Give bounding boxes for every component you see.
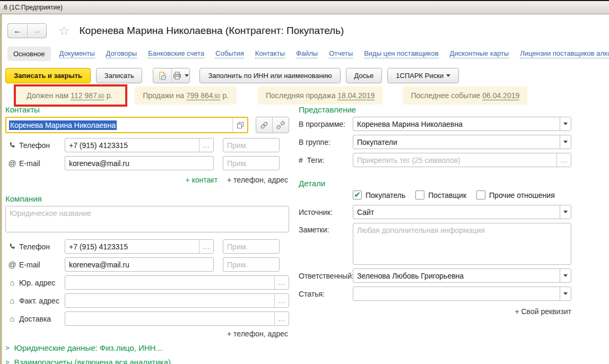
legal-address-more-button[interactable]: ... bbox=[274, 276, 289, 289]
company-legal-name-textarea[interactable] bbox=[5, 206, 289, 232]
actual-address-more-button[interactable]: ... bbox=[274, 294, 289, 307]
spark-risks-button[interactable]: 1СПАРК Риски bbox=[387, 68, 459, 83]
delivery-label: Доставка bbox=[19, 315, 65, 323]
forward-arrow-icon: → bbox=[33, 26, 41, 36]
contact-name-field[interactable]: Коренева Марина Николаевна bbox=[5, 117, 248, 133]
settlements-expander[interactable]: > Взаиморасчеты (включена вся аналитика) bbox=[5, 358, 289, 364]
legal-address-label: Юр. адрес bbox=[19, 279, 65, 287]
contact-email-input[interactable] bbox=[65, 157, 213, 170]
tab-supplier-price-types[interactable]: Виды цен поставщиков bbox=[364, 49, 438, 58]
company-email-note-input[interactable] bbox=[223, 258, 279, 271]
status-strip: Должен нам 112 987,60 р. Продажи на 799 … bbox=[5, 85, 609, 106]
house-icon: ⌂ bbox=[5, 314, 19, 323]
in-group-label: В группе: bbox=[299, 138, 353, 146]
in-group-value: Покупатели bbox=[353, 138, 560, 146]
company-phone-more-button[interactable]: ... bbox=[199, 240, 213, 253]
other-relations-checkbox[interactable] bbox=[476, 190, 485, 200]
responsible-label: Ответственный: bbox=[299, 272, 353, 280]
details-header: Детали bbox=[299, 179, 571, 188]
tab-discount-cards[interactable]: Дисконтные карты bbox=[450, 49, 509, 58]
article-dropdown-button[interactable] bbox=[560, 287, 571, 300]
company-email-label: E-mail bbox=[19, 261, 65, 269]
in-program-combo[interactable]: Коренева Марина Николаевна bbox=[353, 117, 571, 131]
source-row: Источник: Сайт bbox=[299, 205, 571, 219]
tab-events[interactable]: События bbox=[215, 49, 244, 58]
tab-contracts[interactable]: Договоры bbox=[106, 49, 137, 58]
open-in-window-button[interactable] bbox=[232, 118, 247, 132]
company-email-note-field bbox=[223, 257, 280, 272]
contact-phone-more-button[interactable]: ... bbox=[199, 138, 213, 152]
house-icon: ⌂ bbox=[5, 278, 19, 287]
debt-currency: р. bbox=[106, 91, 112, 100]
tab-bar: Основное Документы Договоры Банковские с… bbox=[7, 47, 609, 61]
link-button[interactable] bbox=[256, 117, 272, 133]
legal-address-input[interactable] bbox=[65, 276, 274, 289]
forward-button[interactable]: → bbox=[27, 24, 46, 38]
notes-row: Заметки: bbox=[299, 223, 571, 265]
tab-bank-accounts[interactable]: Банковские счета bbox=[148, 49, 204, 58]
article-combo[interactable] bbox=[353, 287, 571, 301]
buyer-checkbox[interactable]: ✔ bbox=[353, 190, 362, 200]
contact-email-label: E-mail bbox=[19, 159, 65, 168]
in-group-combo[interactable]: Покупатели bbox=[353, 135, 571, 149]
contact-name-selected-text: Коренева Марина Николаевна bbox=[9, 120, 117, 130]
delivery-more-button[interactable]: ... bbox=[274, 312, 289, 325]
add-contact-link[interactable]: + контакт bbox=[185, 176, 218, 184]
email-at-icon: @ bbox=[5, 159, 19, 168]
annotation-red-box: Должен нам 112 987,60 р. bbox=[14, 84, 127, 107]
tab-main[interactable]: Основное bbox=[7, 47, 51, 61]
company-phone-input[interactable] bbox=[65, 240, 199, 253]
company-phone-note-input[interactable] bbox=[223, 240, 279, 253]
source-dropdown-button[interactable] bbox=[560, 205, 571, 219]
dossier-button[interactable]: Досье bbox=[346, 68, 382, 83]
save-close-button[interactable]: Записать и закрыть bbox=[5, 68, 91, 83]
in-group-dropdown-button[interactable] bbox=[560, 135, 571, 149]
last-sale-date-link[interactable]: 18.04.2019 bbox=[337, 91, 375, 100]
actual-address-input[interactable] bbox=[65, 294, 274, 307]
print-button[interactable] bbox=[171, 68, 189, 83]
chevron-right-icon: > bbox=[5, 344, 10, 352]
legal-data-expander[interactable]: > Юридические данные: Физ.лицо, ИНН... bbox=[5, 343, 289, 352]
sales-label: Продажи на bbox=[143, 91, 184, 100]
notes-textarea[interactable] bbox=[353, 223, 571, 265]
company-email-input[interactable] bbox=[65, 258, 213, 271]
tab-documents[interactable]: Документы bbox=[59, 49, 95, 58]
source-label: Источник: bbox=[299, 208, 353, 216]
responsible-combo[interactable]: Зеленова Любовь Григорьевна bbox=[353, 268, 571, 283]
source-combo[interactable]: Сайт bbox=[353, 205, 571, 219]
create-based-on-button[interactable] bbox=[153, 68, 171, 83]
fill-by-inn-button[interactable]: Заполнить по ИНН или наименованию bbox=[199, 68, 340, 83]
document-clock-icon bbox=[158, 72, 167, 80]
tab-files[interactable]: Файлы bbox=[296, 49, 318, 58]
sales-status: Продажи на 799 864,60 р. bbox=[135, 86, 237, 105]
tab-contacts[interactable]: Контакты bbox=[255, 49, 285, 58]
responsible-dropdown-button[interactable] bbox=[560, 269, 571, 282]
contact-phone-input[interactable] bbox=[65, 138, 199, 152]
back-button[interactable]: ← bbox=[8, 24, 27, 38]
favorite-star-icon[interactable]: ☆ bbox=[58, 24, 70, 37]
tab-alcohol-licenses[interactable]: Лицензии поставщиков алкоголь bbox=[520, 49, 609, 58]
tags-more-button[interactable]: ... bbox=[556, 153, 571, 167]
delivery-field: ... bbox=[65, 311, 289, 326]
debt-amount-link[interactable]: 112 987,60 bbox=[71, 91, 104, 100]
responsible-value: Зеленова Любовь Григорьевна bbox=[353, 272, 560, 280]
delivery-input[interactable] bbox=[65, 312, 274, 325]
add-phone-address-link[interactable]: + телефон, адрес bbox=[227, 176, 288, 184]
tags-input[interactable] bbox=[353, 153, 556, 167]
unlink-button[interactable] bbox=[272, 117, 289, 133]
contact-phone-note-input[interactable] bbox=[223, 138, 279, 152]
save-button[interactable]: Записать bbox=[96, 68, 143, 83]
last-event-label: Последнее событие bbox=[411, 91, 480, 100]
representation-header: Представление bbox=[299, 105, 571, 114]
sales-amount-link[interactable]: 799 864,60 bbox=[186, 91, 221, 100]
debt-label: Должен нам bbox=[27, 91, 68, 100]
contact-email-note-input[interactable] bbox=[223, 157, 279, 170]
last-event-date-link[interactable]: 06.04.2019 bbox=[482, 91, 519, 100]
supplier-checkbox[interactable] bbox=[415, 190, 424, 200]
spark-dropdown-caret bbox=[446, 74, 450, 77]
settlements-expander-label: Взаиморасчеты (включена вся аналитика) bbox=[14, 358, 171, 364]
custom-attribute-link[interactable]: + Свой реквизит bbox=[299, 307, 571, 316]
in-program-dropdown-button[interactable] bbox=[560, 117, 571, 131]
tab-reports[interactable]: Отчеты bbox=[329, 49, 353, 58]
company-add-phone-address-link[interactable]: + телефон, адрес bbox=[227, 330, 288, 338]
